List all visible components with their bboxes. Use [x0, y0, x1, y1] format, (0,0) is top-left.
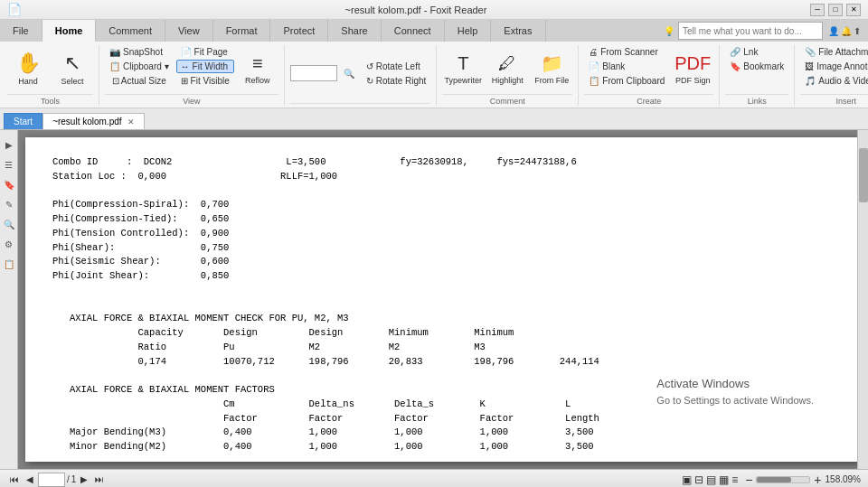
user-icon: 👤: [828, 26, 839, 36]
pdf-sign-button[interactable]: PDF PDF Sign: [672, 45, 713, 92]
hand-icon: ✋: [16, 52, 41, 75]
page-current-input[interactable]: 1: [38, 473, 65, 487]
expand-icon: ⬆: [854, 26, 861, 36]
highlight-button[interactable]: 🖊 Highlight: [486, 45, 528, 92]
zoom-in-button[interactable]: 🔍: [339, 67, 359, 80]
lnk-button[interactable]: 🔗 Lnk: [725, 45, 788, 59]
panel-icon-bookmark[interactable]: 🔖: [2, 177, 16, 192]
close-button[interactable]: ✕: [846, 4, 861, 16]
select-button[interactable]: ↖ Select: [52, 45, 93, 92]
image-icon: 🖼: [805, 61, 814, 71]
select-icon: ↖: [64, 52, 80, 75]
tab-view[interactable]: View: [165, 20, 213, 42]
clipboard-button[interactable]: 📋 Clipboard ▾: [105, 60, 174, 73]
insert-group-label: Insert: [800, 94, 868, 106]
zoom-in-button[interactable]: +: [814, 473, 821, 486]
status-left: ⏮ ◀ 1 / 1 ▶ ⏭: [7, 473, 107, 487]
tab-comment[interactable]: Comment: [96, 20, 165, 42]
document-text: Combo ID : DCON2 L=3,500 fy=32630918, fy…: [25, 137, 861, 462]
audio-video-button[interactable]: 🎵 Audio & Video: [800, 74, 868, 88]
tab-connect[interactable]: Connect: [382, 20, 445, 42]
rotate-right-button[interactable]: ↻ Rotate Right: [362, 74, 431, 88]
zoom-input[interactable]: 158.09%: [290, 65, 337, 81]
fit-width-button[interactable]: ↔ Fit Width: [176, 60, 234, 73]
scrollbar-thumb[interactable]: [859, 148, 868, 202]
create-group-label: Create: [584, 94, 713, 106]
bookmark-button[interactable]: 🔖 Bookmark: [725, 60, 788, 73]
next-page-button[interactable]: ▶: [78, 474, 90, 484]
tab-file[interactable]: File: [0, 20, 42, 42]
typewriter-icon: T: [458, 53, 468, 74]
zoom-out-button[interactable]: −: [745, 473, 752, 486]
zoom-percent-label: 158.09%: [826, 474, 861, 484]
panel-icon-menu[interactable]: ☰: [2, 157, 16, 172]
minimize-button[interactable]: ─: [810, 4, 825, 16]
zoom-area: 158.09% 🔍: [290, 65, 359, 81]
actual-size-icon: ⊡: [112, 76, 119, 86]
from-file-icon: 📁: [541, 52, 563, 74]
fit-page-button[interactable]: 📄 Fit Page: [176, 45, 234, 59]
file-attachment-button[interactable]: 📎 File Attachment: [800, 45, 868, 59]
tab-help[interactable]: Help: [445, 20, 492, 42]
tools-group-label: Tools: [7, 94, 93, 106]
zoom-slider[interactable]: [756, 476, 810, 483]
first-page-button[interactable]: ⏮: [7, 474, 22, 484]
panel-icon-arrow[interactable]: ▶: [2, 137, 16, 152]
tab-home[interactable]: Home: [42, 20, 97, 42]
blank-button[interactable]: 📄 Blank: [584, 60, 669, 73]
ribbon-group-comment: T Typewriter 🖊 Highlight 📁 From File Com…: [439, 45, 579, 106]
image-annotation-button[interactable]: 🖼 Image Annotation: [800, 60, 868, 73]
tab-start[interactable]: Start: [4, 113, 42, 129]
magnify-icon: 🔍: [344, 69, 354, 79]
rotate-right-icon: ↻: [366, 76, 373, 86]
tab-protect[interactable]: Protect: [270, 20, 328, 42]
actual-size-button[interactable]: ⊡ Actual Size: [105, 74, 174, 88]
hand-button[interactable]: ✋ Hand: [7, 45, 49, 92]
fit-page-icon: 📄: [181, 47, 192, 57]
panel-icon-search[interactable]: 🔍: [2, 217, 16, 231]
view-icon-continuous[interactable]: ⊟: [694, 473, 703, 486]
from-file-button[interactable]: 📁 From File: [531, 45, 572, 92]
view-group-label: View: [105, 94, 278, 106]
prev-page-button[interactable]: ◀: [24, 474, 36, 484]
reflow-button[interactable]: ≡ Reflow: [237, 45, 278, 92]
left-panel: ▶ ☰ 🔖 ✎ 🔍 ⚙ 📋: [0, 130, 18, 469]
tell-me-input[interactable]: [678, 22, 823, 40]
zoom-bar: − + 158.09%: [745, 473, 861, 486]
snapshot-button[interactable]: 📷 SnapShot: [105, 45, 174, 59]
panel-icon-clipboard[interactable]: 📋: [2, 257, 16, 271]
tab-close-icon[interactable]: ✕: [127, 117, 135, 126]
from-scanner-button[interactable]: 🖨 From Scanner: [584, 45, 669, 59]
page-navigation: ⏮ ◀ 1 / 1 ▶ ⏭: [7, 473, 107, 487]
page-total: 1: [71, 474, 77, 484]
rotate-left-button[interactable]: ↺ Rotate Left: [362, 60, 431, 73]
tab-share[interactable]: Share: [328, 20, 381, 42]
tab-result-kolom[interactable]: ~result kolom.pdf ✕: [42, 113, 144, 129]
last-page-button[interactable]: ⏭: [92, 474, 107, 484]
maximize-button[interactable]: □: [828, 4, 843, 16]
rotate-left-icon: ↺: [366, 61, 373, 71]
tab-format[interactable]: Format: [213, 20, 271, 42]
fit-width-icon: ↔: [181, 61, 190, 71]
view-icon-single[interactable]: ▣: [682, 473, 692, 486]
panel-icon-gear[interactable]: ⚙: [2, 237, 16, 251]
ribbon-group-tools: ✋ Hand ↖ Select Tools: [4, 45, 99, 106]
fit-visible-icon: ⊞: [181, 76, 188, 86]
comment-group-label: Comment: [442, 94, 572, 106]
view-icon-reflow[interactable]: ≡: [731, 473, 738, 486]
panel-icon-edit[interactable]: ✎: [2, 197, 16, 211]
clipboard-icon: 📋: [109, 61, 120, 71]
scrollbar[interactable]: [857, 130, 868, 469]
view-icon-cover[interactable]: ▦: [719, 473, 729, 486]
ribbon-content: ✋ Hand ↖ Select Tools 📷 SnapShot: [0, 42, 868, 108]
from-clipboard-button[interactable]: 📋 From Clipboard: [584, 74, 669, 88]
typewriter-button[interactable]: T Typewriter: [442, 45, 484, 92]
status-right: ▣ ⊟ ▤ ▦ ≡ − + 158.09%: [682, 473, 861, 486]
from-clipboard-icon: 📋: [589, 76, 599, 86]
fit-visible-button[interactable]: ⊞ Fit Visible: [176, 74, 234, 88]
lightbulb-icon: 💡: [664, 26, 675, 36]
tab-extras[interactable]: Extras: [491, 20, 545, 42]
link-icon: 🔗: [730, 47, 741, 57]
bookmark-icon: 🔖: [730, 61, 741, 71]
view-icon-facing[interactable]: ▤: [706, 473, 716, 486]
